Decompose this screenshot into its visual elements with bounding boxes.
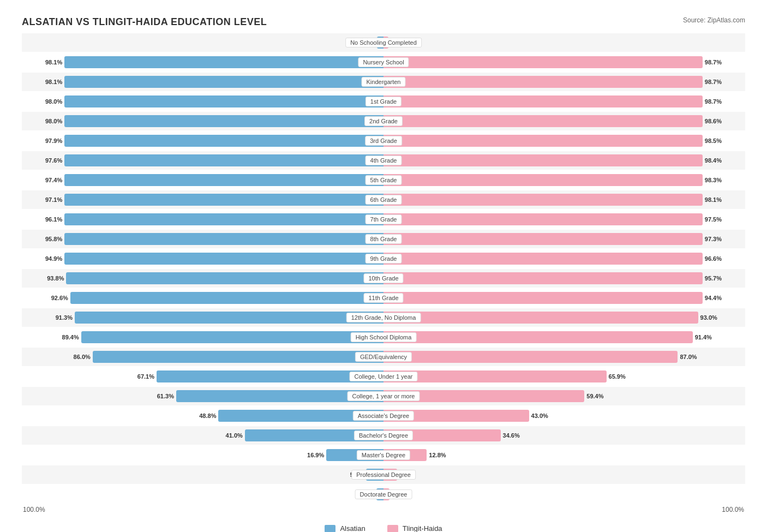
center-label: Associate's Degree: [353, 411, 414, 421]
table-row: 48.8% Associate's Degree 43.0%: [22, 407, 745, 425]
table-row: 98.0% 2nd Grade 98.6%: [22, 112, 745, 130]
left-bar-side: 61.3%: [45, 390, 384, 402]
left-bar: [64, 253, 384, 265]
chart-container: ALSATIAN VS TLINGIT-HAIDA EDUCATION LEVE…: [0, 0, 767, 532]
table-row: 97.6% 4th Grade 98.4%: [22, 151, 745, 170]
center-label: 5th Grade: [365, 175, 402, 185]
center-label: College, 1 year or more: [347, 391, 420, 401]
table-row: 2.1% Doctorate Degree 1.7%: [22, 485, 745, 504]
center-label: GED/Equivalency: [355, 352, 412, 362]
right-bar: [384, 312, 698, 324]
center-label: 12th Grade, No Diploma: [346, 313, 421, 322]
left-value-label: 97.1%: [45, 196, 62, 203]
left-bar-side: 97.9%: [45, 135, 384, 147]
center-label: 7th Grade: [365, 214, 402, 224]
right-bar: [384, 194, 703, 206]
left-bar-side: 97.4%: [45, 174, 384, 186]
center-label: 8th Grade: [365, 234, 402, 244]
left-value-label: 93.8%: [47, 275, 64, 282]
right-value-label: 87.0%: [680, 354, 697, 360]
right-bar: [384, 292, 703, 304]
right-bar-side: 98.1%: [384, 194, 722, 206]
left-bar-side: 2.1%: [45, 488, 384, 500]
center-label: Bachelor's Degree: [354, 431, 413, 440]
right-bar: [384, 76, 703, 88]
source-label: Source: ZipAtlas.com: [683, 16, 745, 24]
table-row: 92.6% 11th Grade 94.4%: [22, 289, 745, 307]
left-value-label: 95.8%: [45, 236, 62, 242]
center-label: High School Diploma: [351, 332, 417, 342]
legend-alsatian: Alsatian: [325, 524, 365, 532]
left-bar: [64, 56, 384, 68]
table-row: 97.4% 5th Grade 98.3%: [22, 171, 745, 189]
center-label: 6th Grade: [365, 195, 402, 205]
right-value-label: 98.7%: [705, 98, 722, 105]
left-bar-side: 41.0%: [45, 429, 384, 441]
left-value-label: 16.9%: [307, 452, 324, 458]
right-bar-side: 43.0%: [384, 410, 722, 422]
center-label: Nursery School: [358, 57, 409, 67]
left-value-label: 98.0%: [45, 118, 62, 124]
right-value-label: 59.4%: [586, 393, 603, 399]
table-row: 16.9% Master's Degree 12.8%: [22, 446, 745, 464]
right-bar-side: 98.5%: [384, 135, 722, 147]
left-bar-side: 48.8%: [45, 410, 384, 422]
right-bar: [384, 253, 703, 265]
right-bar: [384, 154, 703, 166]
left-bar-side: 92.6%: [45, 292, 384, 304]
right-bar-side: 95.7%: [384, 272, 722, 284]
left-bar: [64, 115, 384, 127]
left-bar: [64, 154, 384, 166]
center-label: No Schooling Completed: [345, 38, 422, 47]
right-bar: [384, 174, 703, 186]
right-value-label: 98.7%: [705, 59, 722, 65]
left-bar: [64, 213, 384, 225]
left-value-label: 97.9%: [45, 138, 62, 144]
right-bar: [384, 351, 678, 363]
center-label: 3rd Grade: [365, 136, 402, 146]
right-bar: [384, 233, 703, 245]
right-value-label: 94.4%: [705, 295, 722, 301]
bottom-labels: 100.0% 100.0%: [22, 506, 745, 513]
left-bar-side: 96.1%: [45, 213, 384, 225]
table-row: 97.9% 3rd Grade 98.5%: [22, 131, 745, 150]
table-row: 41.0% Bachelor's Degree 34.6%: [22, 426, 745, 445]
left-bar: [64, 233, 384, 245]
left-bar-side: 98.1%: [45, 76, 384, 88]
right-bar-side: 59.4%: [384, 390, 722, 402]
legend: Alsatian Tlingit-Haida: [22, 524, 745, 532]
left-value-label: 96.1%: [45, 216, 62, 223]
left-value-label: 97.6%: [45, 157, 62, 164]
left-bar: [64, 95, 384, 107]
right-value-label: 98.6%: [705, 118, 722, 124]
right-value-label: 98.4%: [705, 157, 722, 164]
table-row: 89.4% High School Diploma 91.4%: [22, 328, 745, 346]
center-label: 4th Grade: [365, 156, 402, 165]
table-row: 98.1% Kindergarten 98.7%: [22, 73, 745, 91]
legend-tlingit: Tlingit-Haida: [387, 524, 442, 532]
left-bar-side: 97.1%: [45, 194, 384, 206]
right-bar-side: 96.6%: [384, 253, 722, 265]
right-bar: [384, 115, 703, 127]
right-value-label: 43.0%: [531, 413, 548, 419]
left-bar: [64, 194, 384, 206]
left-value-label: 41.0%: [226, 432, 243, 439]
center-label: Kindergarten: [362, 77, 406, 87]
tlingit-color-swatch: [387, 525, 398, 533]
left-bar-side: 16.9%: [45, 449, 384, 461]
right-value-label: 95.7%: [705, 275, 722, 282]
right-value-label: 34.6%: [503, 432, 520, 439]
right-bar-side: 34.6%: [384, 429, 722, 441]
right-value-label: 97.3%: [705, 236, 722, 242]
left-value-label: 94.9%: [45, 255, 62, 262]
right-value-label: 98.7%: [705, 79, 722, 85]
left-bar: [64, 174, 384, 186]
left-bar-side: 67.1%: [45, 370, 384, 382]
center-label: 11th Grade: [363, 293, 403, 303]
left-bar-side: 93.8%: [45, 272, 384, 284]
left-value-label: 97.4%: [45, 177, 62, 183]
center-label: Doctorate Degree: [355, 489, 412, 499]
right-bar-side: 97.3%: [384, 233, 722, 245]
right-bar-side: 98.7%: [384, 95, 722, 107]
left-bar-side: 98.0%: [45, 115, 384, 127]
